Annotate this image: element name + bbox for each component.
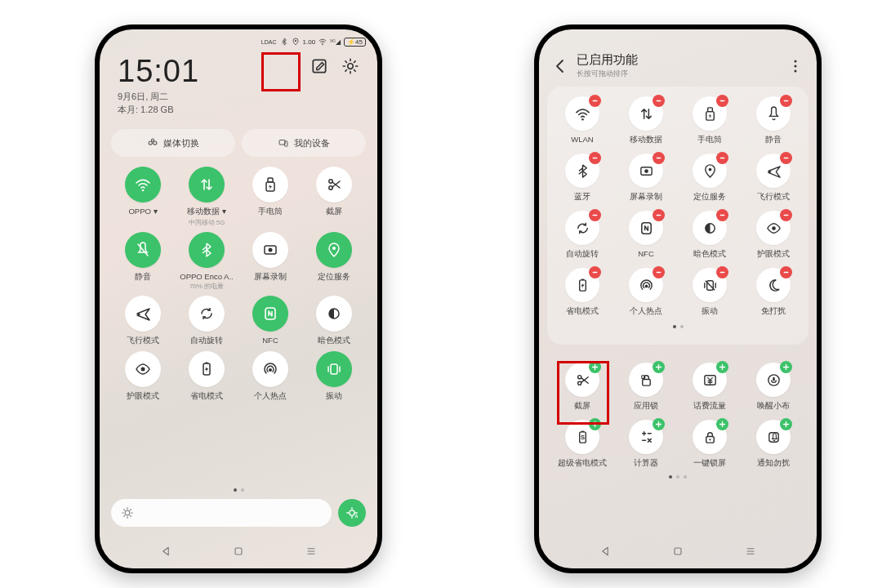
enabled-tile[interactable]: 暗色模式 bbox=[680, 211, 739, 260]
add-badge[interactable] bbox=[589, 361, 601, 373]
remove-badge[interactable] bbox=[780, 95, 792, 107]
remove-badge[interactable] bbox=[780, 209, 792, 221]
add-badge[interactable] bbox=[780, 418, 792, 430]
remove-badge[interactable] bbox=[716, 95, 728, 107]
nav-back[interactable] bbox=[599, 545, 612, 558]
back-button[interactable] bbox=[552, 58, 568, 74]
remove-badge[interactable] bbox=[589, 95, 601, 107]
my-devices-pill[interactable]: 我的设备 bbox=[242, 129, 366, 157]
dark-icon bbox=[693, 211, 727, 245]
nav-recent[interactable] bbox=[305, 545, 318, 558]
enabled-tile[interactable]: 护眼模式 bbox=[744, 211, 803, 260]
tile-label: 应用锁 bbox=[634, 401, 658, 412]
qs-tile[interactable]: 静音 bbox=[112, 232, 174, 291]
qs-tile[interactable]: NFC bbox=[239, 296, 301, 346]
qs-tile[interactable]: 振动 bbox=[303, 351, 365, 402]
enabled-tile[interactable]: WLAN bbox=[553, 96, 612, 145]
loc-icon bbox=[316, 232, 352, 268]
brightness-slider[interactable] bbox=[111, 499, 332, 527]
enabled-tile[interactable]: 免打扰 bbox=[744, 268, 803, 317]
nav-back[interactable] bbox=[159, 545, 172, 558]
superbat-icon bbox=[565, 420, 599, 454]
disabled-tile[interactable]: 超级省电模式 bbox=[553, 420, 612, 469]
tile-label: 静音 bbox=[765, 135, 782, 145]
enabled-tile[interactable]: 静音 bbox=[744, 96, 803, 145]
disabled-tile[interactable]: 通知勿扰 bbox=[744, 420, 803, 469]
qs-label: 定位服务 bbox=[318, 272, 350, 283]
add-badge[interactable] bbox=[716, 418, 728, 430]
qs-tile[interactable]: 屏幕录制 bbox=[239, 232, 301, 291]
vibrateoff-icon bbox=[693, 268, 727, 302]
settings-button[interactable] bbox=[341, 57, 359, 75]
tile-label: 蓝牙 bbox=[574, 192, 590, 203]
add-badge[interactable] bbox=[716, 361, 728, 373]
nav-recent[interactable] bbox=[744, 545, 757, 558]
disabled-tile[interactable]: 唤醒小布 bbox=[744, 363, 803, 412]
qs-tile[interactable]: 飞行模式 bbox=[112, 296, 174, 346]
scissors-icon bbox=[565, 363, 599, 397]
lock-icon bbox=[693, 420, 727, 454]
edit-button[interactable] bbox=[310, 57, 328, 75]
tile-label: 飞行模式 bbox=[757, 192, 790, 203]
enabled-tile[interactable]: 蓝牙 bbox=[553, 154, 612, 203]
qs-tile[interactable]: 定位服务 bbox=[303, 232, 365, 291]
qs-tile[interactable]: OPPO Enco A.. 70% 的电量 bbox=[176, 232, 238, 291]
add-badge[interactable] bbox=[653, 418, 665, 430]
add-badge[interactable] bbox=[589, 418, 601, 430]
enabled-tile[interactable]: 自动旋转 bbox=[553, 211, 612, 260]
media-switch-pill[interactable]: 媒体切换 bbox=[111, 129, 235, 157]
wifi-status-icon bbox=[318, 38, 327, 46]
qs-tile[interactable]: OPPO ▾ bbox=[112, 167, 174, 227]
brightness-row bbox=[111, 498, 366, 528]
more-button[interactable] bbox=[787, 58, 804, 74]
remove-badge[interactable] bbox=[653, 209, 665, 221]
disabled-tile[interactable]: 应用锁 bbox=[617, 363, 675, 412]
nav-home[interactable] bbox=[232, 545, 245, 558]
enabled-tile[interactable]: 手电筒 bbox=[680, 96, 739, 145]
disabled-tile[interactable]: 话费流量 bbox=[680, 363, 739, 412]
qs-tile[interactable]: 截屏 bbox=[303, 167, 365, 227]
add-badge[interactable] bbox=[653, 361, 665, 373]
enabled-tile[interactable]: 移动数据 bbox=[617, 96, 675, 145]
disabled-tile[interactable]: 截屏 bbox=[553, 363, 612, 412]
phone-left: LDAC 1.00 ⁵ᴳ◢ ⚡45 15:01 9月6日, 周二 本月: 1.2… bbox=[95, 24, 382, 573]
nav-home[interactable] bbox=[671, 545, 684, 558]
qs-tile[interactable]: 暗色模式 bbox=[303, 296, 365, 346]
qs-tile[interactable]: 省电模式 bbox=[176, 351, 238, 402]
qs-tile[interactable]: 个人热点 bbox=[239, 351, 301, 402]
screen-left: LDAC 1.00 ⁵ᴳ◢ ⚡45 15:01 9月6日, 周二 本月: 1.2… bbox=[100, 29, 377, 568]
remove-badge[interactable] bbox=[716, 152, 728, 164]
disabled-tile[interactable]: 一键锁屏 bbox=[680, 420, 739, 469]
remove-badge[interactable] bbox=[653, 95, 665, 107]
tile-label: 护眼模式 bbox=[757, 249, 790, 260]
enabled-tile[interactable]: 省电模式 bbox=[553, 268, 612, 317]
remove-badge[interactable] bbox=[589, 152, 601, 164]
remove-badge[interactable] bbox=[716, 209, 728, 221]
add-badge[interactable] bbox=[780, 361, 792, 373]
enabled-tile[interactable]: 个人热点 bbox=[617, 268, 675, 317]
qs-label: 飞行模式 bbox=[127, 336, 159, 346]
auto-brightness-button[interactable] bbox=[338, 499, 366, 527]
qs-tile[interactable]: 护眼模式 bbox=[112, 351, 174, 402]
remove-badge[interactable] bbox=[589, 266, 601, 278]
flash-icon bbox=[252, 167, 288, 203]
remove-badge[interactable] bbox=[780, 152, 792, 164]
qs-tile[interactable]: 手电筒 bbox=[239, 167, 301, 227]
battery-status: ⚡45 bbox=[344, 38, 366, 47]
enabled-tile[interactable]: 屏幕录制 bbox=[617, 154, 675, 203]
enabled-tile[interactable]: 定位服务 bbox=[680, 154, 739, 203]
remove-badge[interactable] bbox=[653, 152, 665, 164]
qs-tile[interactable]: 移动数据 ▾ 中国移动 5G bbox=[176, 167, 238, 227]
enabled-tile[interactable]: NFC bbox=[617, 211, 675, 260]
nfc-icon bbox=[629, 211, 663, 245]
remove-badge[interactable] bbox=[589, 209, 601, 221]
qs-label: 静音 bbox=[135, 272, 151, 283]
enabled-tile[interactable]: 飞行模式 bbox=[744, 154, 803, 203]
plane-icon bbox=[756, 154, 791, 188]
qs-tile[interactable]: 自动旋转 bbox=[176, 296, 238, 346]
enabled-tile[interactable]: 振动 bbox=[680, 268, 739, 317]
remove-badge[interactable] bbox=[653, 266, 665, 278]
remove-badge[interactable] bbox=[716, 266, 728, 278]
remove-badge[interactable] bbox=[780, 266, 792, 278]
disabled-tile[interactable]: 计算器 bbox=[617, 420, 675, 469]
